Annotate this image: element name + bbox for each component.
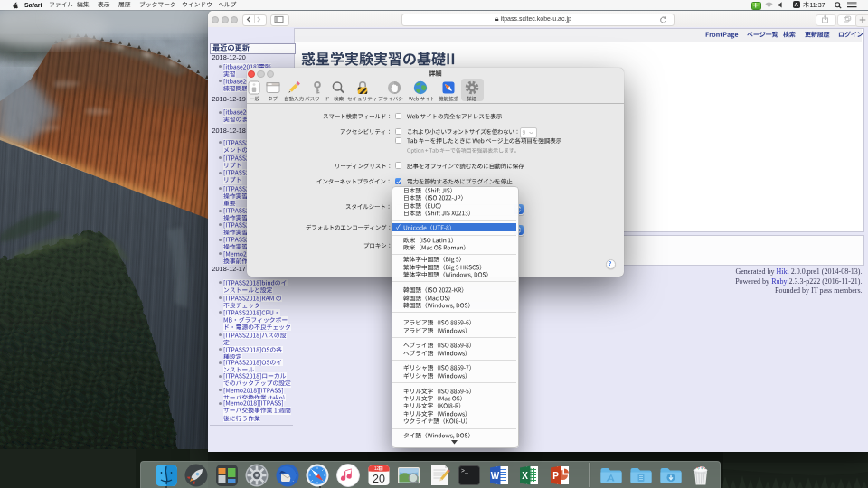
svg-text:>_: >_ — [461, 468, 468, 474]
svg-text:X: X — [522, 471, 528, 481]
svg-text:W: W — [490, 471, 499, 481]
svg-text:P: P — [552, 471, 559, 481]
svg-text:20: 20 — [373, 472, 385, 484]
svg-text:12: 12 — [373, 466, 379, 471]
